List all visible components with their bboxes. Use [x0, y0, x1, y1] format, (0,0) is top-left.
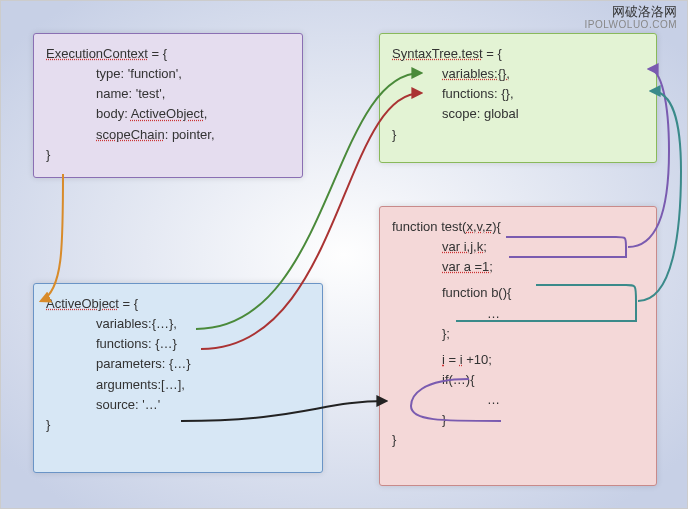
fn-funcb-body: …	[487, 304, 644, 324]
diagram-canvas: 网破洛洛网 IPOLWOLUO.COM ExecutionContext = {…	[0, 0, 688, 509]
fn-varijk: var i,j,k;	[442, 237, 644, 257]
fn-decl: function test(x,v,z){	[392, 217, 644, 237]
ao-close: }	[46, 415, 310, 435]
fn-vara: var a =1;	[442, 257, 644, 277]
fn-if-body: …	[487, 390, 644, 410]
st-functions: functions: {},	[442, 84, 644, 104]
ec-line1: ExecutionContext = {	[46, 44, 290, 64]
box-function-source: function test(x,v,z){ var i,j,k; var a =…	[379, 206, 657, 486]
watermark-en: IPOLWOLUO.COM	[585, 19, 677, 30]
watermark-cn: 网破洛洛网	[585, 5, 677, 19]
ec-name: name: 'test',	[96, 84, 290, 104]
ao-parameters: parameters: {…}	[96, 354, 310, 374]
st-close: }	[392, 125, 644, 145]
fn-close: }	[392, 430, 644, 450]
st-scope: scope: global	[442, 104, 644, 124]
fn-assign: i = i +10;	[442, 350, 644, 370]
watermark: 网破洛洛网 IPOLWOLUO.COM	[585, 5, 677, 30]
ao-source: source: '…'	[96, 395, 310, 415]
st-variables: variables:{},	[442, 64, 644, 84]
ao-arguments: arguments:[…],	[96, 375, 310, 395]
fn-funcb: function b(){	[442, 283, 644, 303]
box-active-object: ActiveObject = { variables:{…}, function…	[33, 283, 323, 473]
ao-line1: ActiveObject = {	[46, 294, 310, 314]
fn-if: if(…){	[442, 370, 644, 390]
fn-funcb-close: };	[442, 324, 644, 344]
fn-if-close: }	[442, 410, 644, 430]
ec-body: body: ActiveObject,	[96, 104, 290, 124]
ao-variables: variables:{…},	[96, 314, 310, 334]
ao-functions: functions: {…}	[96, 334, 310, 354]
ec-scopechain: scopeChain: pointer,	[96, 125, 290, 145]
box-execution-context: ExecutionContext = { type: 'function', n…	[33, 33, 303, 178]
box-syntax-tree: SyntaxTree.test = { variables:{}, functi…	[379, 33, 657, 163]
ec-type: type: 'function',	[96, 64, 290, 84]
st-line1: SyntaxTree.test = {	[392, 44, 644, 64]
ec-close: }	[46, 145, 290, 165]
